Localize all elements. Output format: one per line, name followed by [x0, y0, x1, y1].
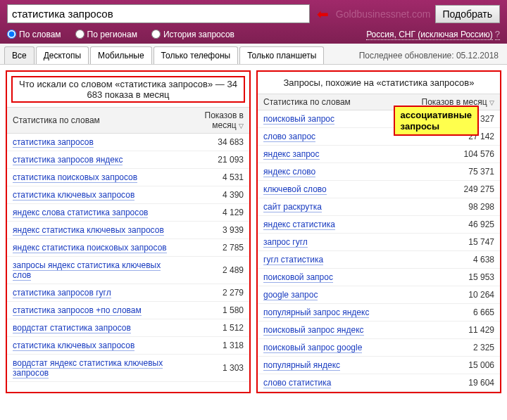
radio-input[interactable]	[7, 30, 16, 39]
query-link[interactable]: поисковый запрос	[263, 114, 334, 125]
query-link[interactable]: гугл статистика	[263, 255, 323, 265]
submit-button[interactable]: Подобрать	[435, 5, 501, 23]
query-link[interactable]: слово статистика	[263, 378, 331, 388]
tab-0[interactable]: Все	[4, 46, 35, 64]
tab-1[interactable]: Десктопы	[36, 46, 89, 64]
query-link[interactable]: запросы яндекс статистика ключевых слов	[13, 260, 161, 281]
count-cell: 98 298	[399, 198, 500, 216]
right-col-query[interactable]: Статистика по словам	[258, 94, 399, 110]
query-link[interactable]: яндекс слово	[263, 167, 315, 177]
count-cell: 15 953	[399, 269, 500, 286]
radio-1[interactable]: По регионам	[75, 30, 137, 39]
table-row: яндекс запрос104 576	[258, 146, 500, 163]
count-cell: 1 303	[175, 355, 249, 382]
radio-input[interactable]	[75, 30, 84, 39]
query-link[interactable]: google запрос	[263, 290, 318, 300]
left-panel-title: Что искали со словом «статистика запросо…	[10, 75, 246, 104]
count-cell: 21 093	[175, 151, 249, 169]
left-table: Статистика по словам Показов в месяц ▽ с…	[7, 107, 249, 382]
header-bar: ⬅ Goldbusinessnet.com Подобрать По слова…	[0, 0, 507, 44]
count-cell: 2 279	[175, 284, 249, 302]
query-link[interactable]: статистика запросов +по словам	[13, 305, 142, 316]
update-info: Последнее обновление: 05.12.2018	[355, 48, 503, 63]
callout-label: ассоциативныезапросы	[394, 106, 479, 136]
radio-2[interactable]: История запросов	[151, 30, 234, 39]
count-cell: 11 429	[399, 322, 500, 339]
count-cell: 10 264	[399, 286, 500, 304]
count-cell: 104 576	[399, 146, 500, 163]
table-row: ключевой слово249 275	[258, 181, 500, 198]
tab-4[interactable]: Только планшеты	[239, 46, 324, 64]
query-link[interactable]: яндекс запрос	[263, 149, 320, 160]
query-link[interactable]: популярный запрос яндекс	[263, 307, 369, 318]
count-cell: 75 371	[399, 163, 500, 181]
radio-0[interactable]: По словам	[7, 30, 61, 39]
query-link[interactable]: статистика запросов гугл	[13, 288, 111, 298]
count-cell: 2 489	[175, 257, 249, 284]
query-link[interactable]: поисковый запрос google	[263, 343, 362, 353]
query-link[interactable]: поисковой запрос	[263, 272, 333, 283]
table-row: запрос гугл15 747	[258, 234, 500, 251]
query-link[interactable]: популярный яндекс	[263, 360, 340, 371]
count-cell: 19 604	[399, 374, 500, 392]
table-row: вордстат яндекс статистика ключевых запр…	[7, 355, 249, 382]
table-row: запросы яндекс статистика ключевых слов2…	[7, 257, 249, 284]
count-cell: 15 747	[399, 234, 500, 251]
radio-label: По словам	[19, 30, 61, 39]
query-link[interactable]: яндекс статистика поисковых запросов	[13, 243, 167, 253]
query-link[interactable]: вордстат яндекс статистика ключевых запр…	[13, 358, 163, 378]
table-row: популярный яндекс15 006	[258, 357, 500, 374]
tab-3[interactable]: Только телефоны	[154, 46, 239, 64]
table-row: яндекс статистика ключевых запросов3 939	[7, 222, 249, 239]
count-cell: 1 318	[175, 337, 249, 355]
region-text: Россия, СНГ (исключая Россию)	[366, 30, 493, 40]
table-row: статистика ключевых запросов4 390	[7, 186, 249, 204]
query-link[interactable]: яндекс слова статистика запросов	[13, 208, 148, 218]
left-col-query[interactable]: Статистика по словам	[7, 108, 175, 134]
count-cell: 2 325	[399, 339, 500, 357]
query-link[interactable]: вордстат статистика запросов	[13, 323, 131, 333]
count-cell: 34 683	[175, 134, 249, 151]
left-panel: Что искали со словом «статистика запросо…	[6, 70, 251, 393]
query-link[interactable]: ключевой слово	[263, 184, 327, 195]
query-link[interactable]: статистика поисковых запросов	[13, 172, 137, 183]
tab-2[interactable]: Мобильные	[90, 46, 152, 64]
sort-icon: ▽	[239, 122, 244, 129]
table-row: поисковый запрос google2 325	[258, 339, 500, 357]
query-link[interactable]: статистика запросов яндекс	[13, 155, 123, 165]
count-cell: 4 129	[175, 204, 249, 222]
radio-label: По регионам	[87, 30, 137, 39]
table-row: статистика запросов яндекс21 093	[7, 151, 249, 169]
query-link[interactable]: слово запрос	[263, 132, 315, 142]
search-input[interactable]	[7, 4, 310, 23]
help-icon[interactable]: ?	[495, 29, 500, 40]
count-cell: 4 638	[399, 251, 500, 269]
table-row: вордстат статистика запросов1 512	[7, 319, 249, 337]
count-cell: 15 006	[399, 357, 500, 374]
query-link[interactable]: яндекс статистика	[263, 219, 335, 230]
query-link[interactable]: запрос гугл	[263, 237, 308, 248]
table-row: яндекс статистика поисковых запросов2 78…	[7, 239, 249, 257]
query-link[interactable]: статистика ключевых запросов	[13, 190, 134, 201]
table-row: яндекс слово75 371	[258, 163, 500, 181]
table-row: статистика запросов гугл2 279	[7, 284, 249, 302]
right-panel-title: Запросы, похожие на «статистика запросов…	[258, 72, 500, 94]
query-link[interactable]: статистика ключевых запросов	[13, 341, 134, 351]
right-table: Статистика по словам Показов в месяц ▽ п…	[258, 94, 500, 392]
query-link[interactable]: статистика запросов	[13, 137, 94, 148]
table-row: статистика поисковых запросов4 531	[7, 169, 249, 186]
query-link[interactable]: поисковый запрос яндекс	[263, 325, 364, 336]
query-link[interactable]: яндекс статистика ключевых запросов	[13, 225, 164, 236]
count-cell: 2 785	[175, 239, 249, 257]
count-cell: 1 512	[175, 319, 249, 337]
query-link[interactable]: сайт раскрутка	[263, 202, 322, 212]
tabs-row: ВсеДесктопыМобильныеТолько телефоныТольк…	[0, 44, 507, 65]
region-selector[interactable]: Россия, СНГ (исключая Россию)?	[366, 29, 500, 39]
count-cell: 249 275	[399, 181, 500, 198]
table-row: гугл статистика4 638	[258, 251, 500, 269]
left-col-count[interactable]: Показов в месяц ▽	[175, 108, 249, 134]
radio-input[interactable]	[151, 30, 161, 39]
count-cell: 4 531	[175, 169, 249, 186]
table-row: статистика ключевых запросов1 318	[7, 337, 249, 355]
table-row: поисковый запрос яндекс11 429	[258, 322, 500, 339]
